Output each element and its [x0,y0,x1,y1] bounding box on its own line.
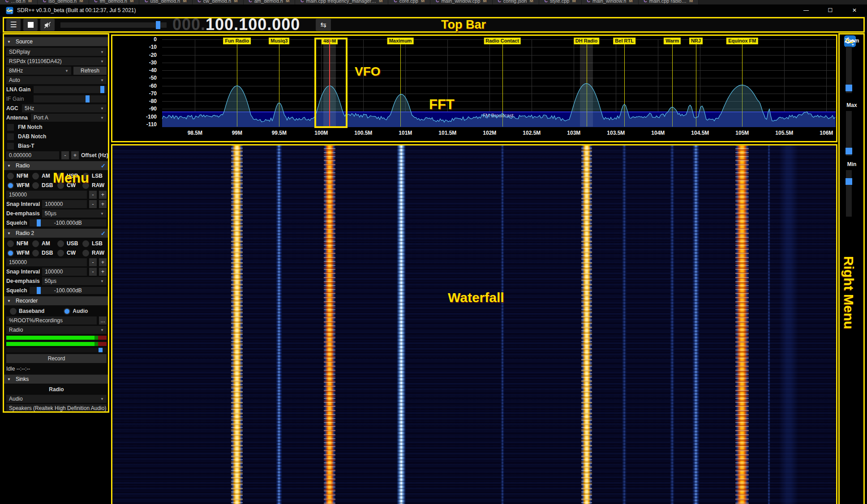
radio2-snap-plus-button[interactable]: + [99,268,107,276]
antenna-dropdown[interactable]: Port A▼ [31,114,107,122]
mode-option-nfm[interactable]: NFM [6,172,31,180]
mode-option-nfm[interactable]: NFM [6,239,31,248]
radio-enabled-checkmark-icon[interactable]: ✓ [101,162,106,169]
frequency-dim-digits[interactable]: 000. [172,15,206,34]
radio2-bandwidth-input[interactable]: 150000 [6,258,87,266]
stop-button[interactable] [23,19,38,31]
mode-radio-button[interactable] [82,182,89,189]
radio2-squelch-slider[interactable]: -100.000dB [30,287,107,294]
deemphasis-dropdown[interactable]: 50µs▼ [42,209,107,218]
volume-slider-handle[interactable] [156,21,160,29]
editor-tab[interactable]: Cstyle.cppM [539,0,582,4]
radio-bandwidth-input[interactable]: 150000 [6,191,87,199]
bookmark-label-musiq3[interactable]: Musiq3 [269,38,289,44]
mode-option-dsb[interactable]: DSB [31,249,56,257]
min-slider-handle[interactable] [846,178,852,185]
offset-plus-button[interactable]: + [71,151,79,159]
if-gain-handle[interactable] [86,95,90,103]
recorder-volume-handle[interactable] [99,348,103,352]
snap-plus-button[interactable]: + [99,200,107,208]
if-gain-slider[interactable] [34,95,107,103]
menu-hamburger-button[interactable]: ☰ [6,19,21,31]
mode-radio-button[interactable] [32,250,39,256]
mode-option-dsb[interactable]: DSB [31,181,56,189]
editor-tab[interactable]: Cmain.cpp frequency_manager…M [295,0,388,4]
mute-button[interactable] [40,19,55,31]
radio-bw-minus-button[interactable]: - [89,191,97,199]
bookmark-label-nrj[interactable]: NRJ [689,38,703,44]
mode-radio-button[interactable] [82,240,89,247]
editor-tab[interactable]: Ciso_demod.hM [38,0,89,4]
radio-section-header[interactable]: ▼ Radio ✓ [4,161,109,170]
bookmark-label-warm[interactable]: Warm [664,38,681,44]
zoom-slider-handle[interactable] [846,85,852,91]
mode-option-wfm[interactable]: WFM [6,181,31,189]
editor-tab[interactable]: Ccore.cppM [388,0,430,4]
agc-mode-dropdown[interactable]: Auto▼ [6,76,107,84]
refresh-button[interactable]: Refresh [73,67,107,75]
editor-tab[interactable]: Cfm_demod.hM [89,0,140,4]
editor-tab[interactable]: Cmain.cpp radio…M [639,0,699,4]
close-button[interactable]: ✕ [844,4,865,16]
lna-gain-slider[interactable] [34,86,107,93]
mode-radio-button[interactable] [57,240,64,247]
mode-radio-button[interactable] [32,240,39,247]
offset-input[interactable]: 0.000000 [6,151,59,159]
mode-radio-button[interactable] [7,240,14,247]
editor-tab[interactable]: Ccw_demod.hM [193,0,244,4]
editor-tab[interactable]: C…od.hM [0,0,38,4]
radio-bw-plus-button[interactable]: + [99,191,107,199]
sink-type-dropdown[interactable]: Audio▼ [6,395,107,403]
fft-plot-area[interactable]: FM BroadcastFun RadioMusiq348FMMaximumRa… [162,39,836,127]
mode-option-lsb[interactable]: LSB [82,172,107,180]
vfo-center-line[interactable] [329,38,330,127]
mode-option-usb[interactable]: USB [56,239,82,248]
offset-minus-button[interactable]: - [61,151,69,159]
mode-radio-button[interactable] [57,173,64,179]
audio-radio-button[interactable] [64,308,70,315]
mode-option-am[interactable]: AM [31,172,56,180]
mode-radio-button[interactable] [7,250,14,256]
dab-notch-checkbox[interactable] [7,133,14,140]
mode-option-usb[interactable]: USB [56,172,82,180]
snap-minus-button[interactable]: - [89,200,97,208]
mode-option-cw[interactable]: CW [56,249,82,257]
mode-radio-button[interactable] [82,250,89,256]
radio2-section-header[interactable]: ▼ Radio 2 ✓ [4,229,109,238]
minimize-button[interactable]: — [796,4,816,16]
editor-tab[interactable]: Cmain_window.hM [582,0,639,4]
mode-radio-button[interactable] [7,182,14,189]
squelch-slider[interactable]: -100.000dB [30,219,107,226]
source-type-dropdown[interactable]: SDRplay▼ [6,48,107,56]
recorder-volume-slider[interactable] [6,348,107,352]
mode-radio-button[interactable] [57,250,64,256]
tuning-mode-button[interactable]: ⇆ [316,19,331,31]
recordings-path-input[interactable]: %ROOT%/Recordings [6,316,97,325]
radio2-bw-plus-button[interactable]: + [99,258,107,266]
editor-tab[interactable]: Cam_demod.hM [244,0,296,4]
editor-tab[interactable]: Cmain_window.cppM [430,0,492,4]
frequency-bright-digits[interactable]: 100.100.000 [206,15,300,34]
mode-radio-button[interactable] [7,173,14,179]
bookmark-label-radio-contact[interactable]: Radio Contact [484,38,521,44]
sinks-section-header[interactable]: ▼ Sinks [4,375,109,384]
mode-option-wfm[interactable]: WFM [6,249,31,257]
lna-gain-handle[interactable] [100,86,104,93]
waterfall-display[interactable] [112,144,837,504]
bookmark-label-fun-radio[interactable]: Fun Radio [223,38,251,44]
volume-slider[interactable] [60,22,167,28]
editor-tab[interactable]: Cconfig.jsonM [493,0,539,4]
radio2-deemphasis-dropdown[interactable]: 50µs▼ [42,277,107,285]
mode-radio-button[interactable] [32,182,39,189]
frequency-display[interactable]: 000.100.100.000 [172,16,300,33]
bandwidth-dropdown[interactable]: 8MHz▼ [6,67,71,75]
mode-option-raw[interactable]: RAW [82,181,107,189]
bookmark-label-dh-radio[interactable]: DH Radio [574,38,600,44]
record-button[interactable]: Record [6,354,107,363]
fft-display[interactable]: 0-10-20-30-40-50-60-70-80-90-100-110 FM … [112,34,837,142]
browse-button[interactable]: ... [99,316,107,325]
mode-radio-button[interactable] [32,173,39,179]
source-section-header[interactable]: ▼ Source [4,37,109,46]
maximize-button[interactable]: ☐ [820,4,841,16]
min-slider[interactable] [846,170,852,217]
